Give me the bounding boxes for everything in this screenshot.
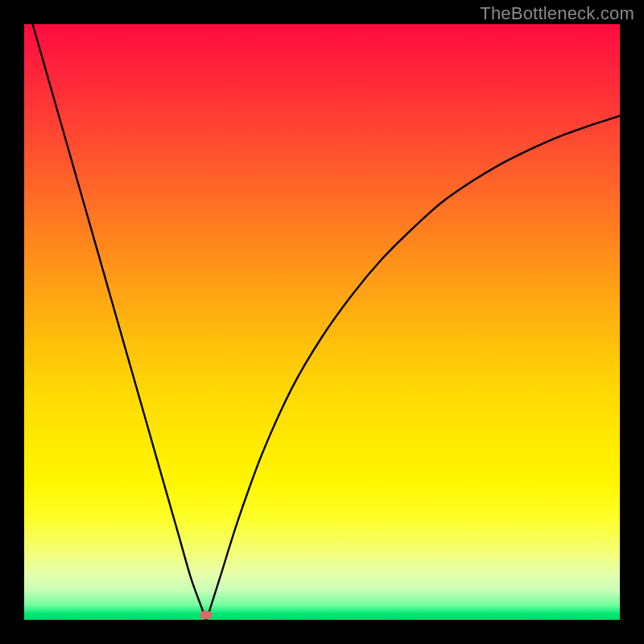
minimum-marker-icon xyxy=(200,611,213,620)
chart-frame: TheBottleneck.com xyxy=(0,0,644,644)
plot-area xyxy=(24,24,620,620)
bottleneck-curve xyxy=(24,24,620,620)
watermark-text: TheBottleneck.com xyxy=(480,3,634,24)
